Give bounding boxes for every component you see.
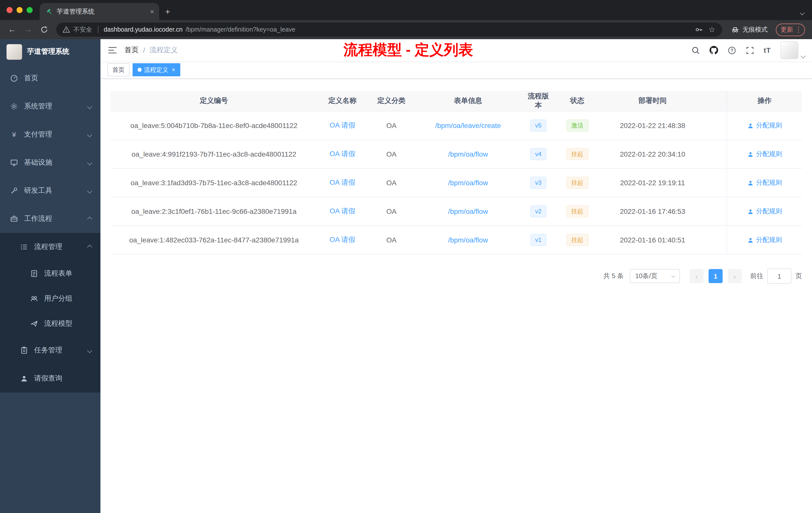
page-goto-input[interactable] — [767, 269, 791, 283]
sidebar-item-label: 流程表单 — [44, 269, 72, 278]
yen-icon: ¥ — [10, 130, 18, 139]
definition-name-link[interactable]: OA 请假 — [330, 178, 355, 187]
chevron-down-icon — [87, 160, 92, 165]
font-size-icon[interactable]: tT — [764, 46, 771, 54]
user-icon — [20, 374, 28, 383]
prev-page-button[interactable]: ‹ — [690, 269, 703, 283]
window-zoom-button[interactable] — [27, 7, 33, 13]
chevron-down-icon — [87, 188, 92, 193]
tag-process-definition[interactable]: 流程定义 × — [133, 63, 180, 76]
form-link[interactable]: /bpm/oa/flow — [448, 207, 488, 215]
breadcrumb-separator: / — [143, 46, 145, 54]
page-content: 定义编号 定义名称 定义分类 表单信息 流程版本 状态 部署时间 操作 oa_l… — [100, 79, 812, 513]
security-label[interactable]: 不安全 — [73, 25, 92, 34]
status-badge: 挂起 — [566, 148, 588, 160]
tab-search-chevron-icon[interactable] — [801, 7, 804, 17]
chevron-down-icon — [671, 274, 676, 278]
assign-rule-link[interactable]: 分配规则 — [747, 150, 782, 159]
sidebar-item-infrastructure[interactable]: 基础设施 — [0, 149, 100, 177]
sidebar-item-system[interactable]: 系统管理 — [0, 92, 100, 120]
sidebar-item-home[interactable]: 首页 — [0, 64, 100, 92]
form-link[interactable]: /bpm/oa/flow — [448, 150, 488, 158]
monitor-icon — [10, 159, 18, 167]
sidebar: 芋道管理系统 首页 系统管理 ¥ 支付管理 基础设施 — [0, 39, 100, 513]
caret-down-icon — [801, 54, 806, 58]
column-header: 定义编号 — [111, 91, 317, 111]
reload-button[interactable] — [36, 26, 52, 34]
page-number-button[interactable]: 1 — [708, 269, 723, 283]
main-area: 首页 / 流程定义 流程模型 - 定义列表 ? tT — [100, 39, 812, 513]
tab-close-icon[interactable]: × — [149, 8, 155, 15]
column-header: 表单信息 — [415, 91, 521, 111]
briefcase-icon — [10, 215, 18, 223]
sidebar-logo[interactable]: 芋道管理系统 — [0, 39, 100, 64]
status-badge: 激活 — [566, 119, 588, 131]
table-row: oa_leave:3:1fad3d93-7b75-11ec-a3c8-acde4… — [111, 169, 802, 197]
gear-icon — [10, 102, 18, 111]
warning-icon — [62, 26, 70, 34]
fullscreen-icon[interactable] — [746, 46, 754, 55]
cell-deploy-time: 2022-01-16 17:46:53 — [599, 197, 706, 225]
browser-menu-icon[interactable] — [797, 26, 800, 34]
version-tag: v1 — [530, 234, 546, 246]
avatar[interactable] — [780, 41, 799, 59]
back-button[interactable]: ← — [4, 26, 20, 34]
tag-home[interactable]: 首页 — [108, 63, 129, 76]
sidebar-item-process-model[interactable]: 流程模型 — [0, 311, 100, 336]
logo-title: 芋道管理系统 — [27, 47, 69, 56]
page-unit-label: 页 — [795, 272, 802, 280]
password-key-icon[interactable] — [695, 26, 703, 34]
form-link[interactable]: /bpm/oa/flow — [448, 236, 488, 244]
github-icon[interactable] — [709, 46, 718, 55]
sidebar-item-devtools[interactable]: 研发工具 — [0, 177, 100, 205]
sidebar-item-payment[interactable]: ¥ 支付管理 — [0, 120, 100, 149]
definition-name-link[interactable]: OA 请假 — [330, 207, 355, 216]
user-menu[interactable] — [780, 41, 805, 59]
form-link[interactable]: /bpm/oa/leave/create — [435, 121, 501, 129]
assign-rule-link[interactable]: 分配规则 — [747, 121, 782, 130]
cell-definition-id: oa_leave:1:482ec033-762a-11ec-8477-a2380… — [111, 226, 317, 254]
assign-rule-link[interactable]: 分配规则 — [747, 178, 782, 187]
page-size-value: 10条/页 — [635, 272, 657, 280]
form-link[interactable]: /bpm/oa/flow — [448, 179, 488, 187]
sidebar-item-label: 首页 — [24, 74, 38, 83]
sidebar-item-label: 研发工具 — [24, 186, 52, 195]
version-tag: v5 — [530, 119, 546, 131]
table-row: oa_leave:1:482ec033-762a-11ec-8477-a2380… — [111, 226, 802, 254]
browser-tab[interactable]: 芋道管理系统 × — [40, 3, 159, 20]
definition-name-link[interactable]: OA 请假 — [330, 150, 355, 159]
tag-close-icon[interactable]: × — [171, 67, 175, 73]
bookmark-star-icon[interactable]: ☆ — [706, 25, 718, 34]
sidebar-item-process-form[interactable]: 流程表单 — [0, 261, 100, 286]
address-bar[interactable]: 不安全 dashboard.yudao.iocoder.cn /bpm/mana… — [56, 23, 722, 37]
next-page-button[interactable]: › — [728, 269, 742, 283]
sidebar-item-process-management[interactable]: 流程管理 — [0, 233, 100, 261]
url-path: /bpm/manager/definition?key=oa_leave — [185, 26, 295, 33]
sidebar-item-label: 流程模型 — [44, 319, 72, 328]
page-size-select[interactable]: 10条/页 — [630, 269, 680, 283]
sidebar-item-workflow[interactable]: 工作流程 — [0, 205, 100, 233]
help-icon[interactable]: ? — [728, 46, 736, 55]
chevron-up-icon — [87, 216, 92, 221]
definition-name-link[interactable]: OA 请假 — [330, 121, 355, 130]
active-tag-dot — [138, 68, 142, 72]
definition-name-link[interactable]: OA 请假 — [330, 235, 355, 244]
clipboard-icon — [20, 346, 28, 354]
window-minimize-button[interactable] — [17, 7, 23, 13]
search-icon[interactable] — [692, 46, 700, 55]
cell-definition-id: oa_leave:3:1fad3d93-7b75-11ec-a3c8-acde4… — [111, 169, 317, 197]
svg-text:?: ? — [730, 48, 733, 53]
sidebar-item-user-group[interactable]: 用户分组 — [0, 286, 100, 311]
window-close-button[interactable] — [6, 7, 12, 13]
sidebar-item-label: 用户分组 — [44, 294, 72, 303]
new-tab-button[interactable]: + — [159, 7, 176, 16]
sidebar-item-task-management[interactable]: 任务管理 — [0, 336, 100, 364]
sidebar-item-leave-query[interactable]: 请假查询 — [0, 364, 100, 393]
assign-rule-link[interactable]: 分配规则 — [747, 207, 782, 216]
assign-rule-link[interactable]: 分配规则 — [747, 235, 782, 244]
forward-button[interactable]: → — [20, 26, 36, 34]
breadcrumb-home-link[interactable]: 首页 — [124, 46, 139, 55]
sidebar-item-label: 系统管理 — [24, 102, 52, 111]
hamburger-icon[interactable] — [100, 46, 124, 54]
update-button[interactable]: 更新 — [776, 23, 805, 36]
